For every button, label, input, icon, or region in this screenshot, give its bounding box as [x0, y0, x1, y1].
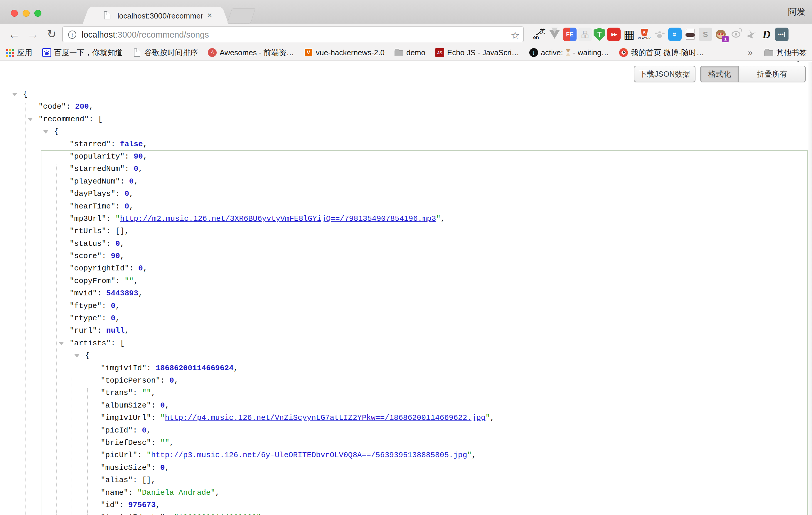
titlebar: localhost:3000/recommend/so 阿发	[0, 0, 812, 24]
collapse-arrow-icon[interactable]	[12, 93, 17, 96]
json-line: "starredNum": 0,	[0, 163, 812, 175]
paw-icon[interactable]	[653, 28, 666, 41]
other-bookmarks-button[interactable]: 其他书签	[764, 48, 807, 58]
collapse-arrow-icon[interactable]	[43, 130, 49, 134]
bookmark-item[interactable]: Vvue-hackernews-2.0	[304, 48, 384, 57]
json-token-punc: ,	[441, 214, 445, 223]
json-token-key: "picId"	[101, 426, 133, 435]
json-token-punc: : []	[106, 227, 124, 235]
json-token-punc: ,	[134, 277, 138, 285]
json-token-key: "rtUrls"	[69, 227, 106, 235]
json-token-key: "ftype"	[69, 302, 102, 310]
json-token-punc: :	[66, 102, 75, 111]
bookmark-item[interactable]: 我的首页 微博-随时…	[619, 48, 704, 58]
zoom-window-button[interactable]	[34, 10, 41, 17]
json-token-punc: ,	[472, 451, 476, 459]
json-token-punc: :	[106, 214, 115, 223]
json-token-key: "img1v1Url"	[101, 413, 151, 422]
weibo-icon	[619, 48, 628, 57]
collapse-all-button[interactable]: 折叠所有	[739, 66, 805, 82]
bird-icon[interactable]	[745, 28, 758, 41]
new-tab-button[interactable]	[227, 8, 256, 24]
bookmark-item[interactable]: JSEcho JS - JavaScri…	[435, 48, 519, 57]
apps-grid-icon	[5, 48, 14, 57]
json-token-punc: :	[102, 314, 111, 323]
folder-icon	[764, 48, 773, 57]
json-token-key: "score"	[69, 252, 102, 260]
bookmarks-overflow-icon[interactable]: »	[748, 48, 753, 58]
json-token-key: "copyFrom"	[69, 277, 115, 285]
json-viewer: {"code": 200,"recommend": [{"starred": f…	[0, 88, 812, 515]
minimize-window-button[interactable]	[23, 10, 30, 17]
translate-icon[interactable]: 英en	[532, 28, 546, 41]
json-token-punc: :	[133, 389, 142, 397]
bookmark-item[interactable]: AAwesomes - 前端资…	[208, 48, 294, 58]
password-icon[interactable]: •••|	[775, 28, 788, 41]
url-text: localhost:3000/recommend/songs	[82, 30, 209, 40]
s-icon[interactable]: S	[699, 28, 712, 41]
incognito-doc-icon[interactable]	[684, 28, 697, 41]
json-token-punc: ,	[143, 140, 148, 149]
json-token-key: "img1v1Id"	[101, 364, 146, 373]
folder-icon	[395, 48, 403, 57]
json-token-key: "briefDesc"	[101, 438, 151, 447]
d-icon[interactable]: D	[760, 28, 773, 41]
json-line: "trans": "",	[0, 387, 812, 399]
json-token-punc: :	[120, 177, 129, 186]
json-token-punc: ,	[490, 413, 495, 422]
fehelper-icon[interactable]: FE	[563, 28, 577, 41]
json-line: "mvid": 5443893,	[0, 287, 812, 299]
vue-icon[interactable]	[548, 28, 561, 41]
tab-close-icon[interactable]	[205, 11, 214, 19]
json-line: {	[0, 349, 812, 362]
collapse-arrow-icon[interactable]	[28, 118, 33, 121]
json-line: "hearTime": 0,	[0, 200, 812, 212]
video-icon[interactable]: ▶▶	[607, 28, 620, 41]
page-icon	[133, 48, 142, 57]
collapse-arrow-icon[interactable]	[59, 342, 64, 345]
bookmark-item[interactable]: 谷歌按时间排序	[133, 48, 198, 58]
org-chart-icon[interactable]: 品	[578, 28, 592, 41]
bookmark-item[interactable]: 百度一下，你就知道	[42, 48, 123, 58]
json-token-key: "musicSize"	[101, 463, 151, 472]
json-token-key: "rurl"	[69, 326, 97, 335]
json-token-key: "name"	[101, 488, 128, 497]
json-token-punc: :	[129, 264, 138, 273]
json-token-str: ""	[160, 438, 169, 447]
json-url-link[interactable]: http://p3.music.126.net/6y-UleORITEDbvrO…	[151, 451, 467, 459]
bookmark-item[interactable]: demo	[395, 48, 425, 57]
downloader-icon[interactable]: »	[668, 28, 682, 41]
json-token-punc: ,	[115, 302, 120, 310]
json-token-punc: : [	[89, 115, 103, 124]
shield-icon[interactable]: T	[593, 28, 605, 41]
json-line: "status": 0,	[0, 237, 812, 250]
weibo-gray-icon[interactable]	[729, 28, 743, 41]
json-token-num: 0	[134, 165, 138, 173]
format-button[interactable]: 格式化	[701, 66, 739, 82]
back-icon[interactable]	[6, 26, 22, 42]
json-token-num: 18686200114669624	[155, 364, 233, 373]
collapse-arrow-icon[interactable]	[74, 354, 80, 357]
address-bar[interactable]: localhost:3000/recommend/songs	[62, 26, 524, 42]
json-token-punc: {	[23, 90, 28, 99]
json-url-link[interactable]: http://p4.music.126.net/VnZiScyynLG7atLI…	[165, 413, 485, 422]
hourglass-icon	[566, 49, 571, 56]
monkey-icon[interactable]: 1	[714, 28, 727, 41]
bookmark-item[interactable]: 应用	[5, 48, 32, 58]
tab-title-main: localhost:3000/recommend	[117, 11, 203, 20]
close-window-button[interactable]	[11, 10, 18, 17]
json-url-link[interactable]: http://m2.music.126.net/3XR6BU6yvtyVmFE8…	[120, 214, 436, 223]
json-token-str: "	[467, 451, 472, 459]
reload-icon[interactable]	[44, 26, 59, 42]
html5-player-icon[interactable]: 5PLAYER	[638, 28, 651, 41]
qrcode-icon[interactable]: ▦	[622, 28, 636, 41]
bookmark-item[interactable]: active:- waiting…	[529, 48, 609, 57]
json-token-punc: ,	[134, 177, 138, 186]
json-line: "ftype": 0,	[0, 300, 812, 312]
bookmark-star-icon[interactable]	[511, 29, 520, 41]
bookmark-label: 谷歌按时间排序	[144, 48, 198, 58]
download-json-button[interactable]: 下载JSON数据	[634, 66, 695, 82]
json-token-punc: :	[97, 326, 106, 335]
browser-tab[interactable]: localhost:3000/recommend/so	[91, 7, 220, 24]
site-info-icon[interactable]	[68, 31, 76, 39]
